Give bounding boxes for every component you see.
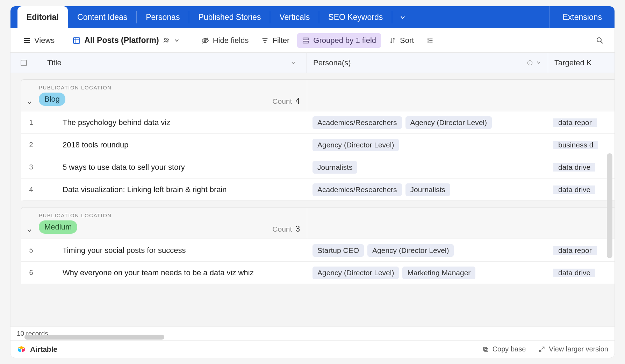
checkbox-icon — [21, 60, 27, 66]
persona-chip: Academics/Researchers — [312, 183, 402, 196]
column-keywords-label: Targeted K — [554, 58, 591, 67]
group-value-pill: Blog — [39, 93, 65, 106]
views-button[interactable]: Views — [18, 33, 59, 48]
filter-button[interactable]: Filter — [256, 33, 294, 48]
expand-icon — [538, 346, 545, 353]
horizontal-scrollbar[interactable] — [24, 335, 164, 340]
select-all-cell[interactable] — [10, 53, 37, 73]
keyword-chip: data drive — [553, 269, 595, 277]
persona-chip: Journalists — [405, 183, 450, 196]
app-frame: EditorialContent IdeasPersonasPublished … — [10, 6, 615, 358]
view-larger-label: View larger version — [549, 345, 608, 353]
column-personas[interactable]: Persona(s) — [307, 53, 548, 73]
table-row[interactable]: 22018 tools roundupAgency (Director Leve… — [21, 133, 615, 156]
group-header: PUBLICATION LOCATIONBlogCount 4 — [21, 80, 615, 111]
table-row[interactable]: 5Timing your social posts for successSta… — [21, 239, 615, 261]
persona-chip: Academics/Researchers — [312, 116, 402, 129]
row-number: 4 — [21, 185, 41, 194]
row-number: 5 — [21, 246, 41, 254]
title-cell[interactable]: 5 ways to use data to sell your story — [41, 163, 307, 172]
column-title[interactable]: Title — [37, 53, 307, 73]
sort-icon — [389, 37, 396, 44]
personas-cell[interactable]: Agency (Director Level)Marketing Manager — [307, 267, 548, 279]
group-count: Count 3 — [272, 224, 300, 234]
personas-cell[interactable]: Journalists — [307, 161, 548, 174]
group-medium: PUBLICATION LOCATIONMediumCount 35Timing… — [21, 207, 615, 284]
table-header: Title Persona(s) Targeted K — [10, 53, 615, 73]
menu-icon — [23, 37, 31, 44]
views-label: Views — [34, 36, 55, 45]
table-row[interactable]: 1The psychology behind data vizAcademics… — [21, 111, 615, 133]
keywords-cell[interactable]: data drive — [548, 269, 615, 277]
title-cell[interactable]: Timing your social posts for success — [41, 246, 307, 255]
personas-cell[interactable]: Academics/ResearchersAgency (Director Le… — [307, 116, 548, 129]
row-number: 3 — [21, 163, 41, 171]
view-larger-button[interactable]: View larger version — [538, 345, 608, 353]
people-icon — [163, 37, 170, 44]
group-field-label: PUBLICATION LOCATION — [39, 85, 112, 90]
tab-seo-keywords[interactable]: SEO Keywords — [319, 6, 392, 28]
keywords-cell[interactable]: data repor — [548, 118, 615, 127]
title-cell[interactable]: Data visualization: Linking left brain &… — [41, 185, 307, 194]
vertical-scrollbar[interactable] — [607, 153, 612, 258]
chevron-down-icon — [399, 14, 406, 21]
row-height-icon — [426, 37, 434, 44]
column-title-label: Title — [47, 58, 62, 67]
keywords-cell[interactable]: business d — [548, 141, 615, 149]
keywords-cell[interactable]: data repor — [548, 246, 615, 255]
title-cell[interactable]: Why everyone on your team needs to be a … — [41, 268, 307, 277]
extensions-tab[interactable]: Extensions — [549, 6, 615, 28]
persona-chip: Agency (Director Level) — [312, 267, 399, 279]
copy-base-button[interactable]: Copy base — [482, 345, 526, 353]
copy-icon — [482, 346, 489, 353]
toolbar: Views All Posts (Platform) Hide fields F… — [10, 28, 615, 53]
table-body: PUBLICATION LOCATIONBlogCount 41The psyc… — [10, 73, 615, 326]
row-number: 6 — [21, 269, 41, 277]
svg-rect-0 — [73, 38, 80, 43]
search-button[interactable] — [593, 34, 607, 48]
persona-chip: Journalists — [312, 161, 357, 174]
personas-cell[interactable]: Startup CEOAgency (Director Level) — [307, 244, 548, 257]
svg-point-1 — [164, 38, 166, 40]
group-collapse-toggle[interactable] — [26, 100, 33, 106]
hide-fields-button[interactable]: Hide fields — [196, 33, 254, 48]
group-count: Count 4 — [272, 96, 300, 106]
table-row[interactable]: 35 ways to use data to sell your storyJo… — [21, 156, 615, 178]
personas-cell[interactable]: Agency (Director Level) — [307, 139, 548, 151]
group-value-pill: Medium — [39, 220, 77, 234]
svg-rect-8 — [483, 347, 487, 350]
title-cell[interactable]: The psychology behind data viz — [41, 118, 307, 127]
svg-point-6 — [597, 38, 601, 42]
tab-content-ideas[interactable]: Content Ideas — [68, 6, 136, 28]
row-height-button[interactable] — [422, 34, 439, 47]
keyword-chip: business d — [553, 141, 598, 149]
persona-chip: Startup CEO — [312, 244, 364, 257]
table-row[interactable]: 4Data visualization: Linking left brain … — [21, 178, 615, 201]
keywords-cell[interactable]: data drive — [548, 163, 615, 172]
tab-verticals[interactable]: Verticals — [270, 6, 319, 28]
tab-published-stories[interactable]: Published Stories — [189, 6, 270, 28]
grid-icon — [72, 36, 81, 45]
tabs-overflow-button[interactable] — [392, 6, 413, 28]
keyword-chip: data drive — [553, 185, 595, 194]
sort-button[interactable]: Sort — [384, 33, 419, 48]
persona-chip: Agency (Director Level) — [405, 116, 492, 129]
brand-label: Airtable — [30, 345, 57, 354]
persona-chip: Agency (Director Level) — [367, 244, 454, 257]
tab-personas[interactable]: Personas — [137, 6, 189, 28]
group-button[interactable]: Grouped by 1 field — [297, 33, 381, 48]
view-switcher[interactable]: All Posts (Platform) — [72, 36, 180, 45]
column-keywords[interactable]: Targeted K — [548, 53, 615, 73]
keywords-cell[interactable]: data drive — [548, 185, 615, 194]
personas-cell[interactable]: Academics/ResearchersJournalists — [307, 183, 548, 196]
group-field-label: PUBLICATION LOCATION — [39, 212, 112, 218]
svg-rect-9 — [484, 348, 488, 351]
separator — [66, 36, 66, 45]
row-number: 1 — [21, 118, 41, 126]
tab-editorial[interactable]: Editorial — [17, 6, 68, 28]
title-cell[interactable]: 2018 tools roundup — [41, 140, 307, 150]
svg-point-2 — [167, 38, 168, 40]
row-number: 2 — [21, 141, 41, 149]
table-row[interactable]: 6Why everyone on your team needs to be a… — [21, 261, 615, 284]
group-collapse-toggle[interactable] — [26, 227, 33, 234]
